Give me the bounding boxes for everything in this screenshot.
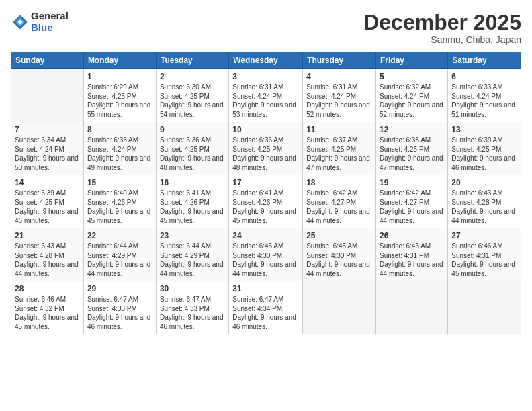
day-info: Sunrise: 6:46 AMSunset: 4:31 PMDaylight:…: [380, 242, 443, 277]
day-info: Sunrise: 6:45 AMSunset: 4:30 PMDaylight:…: [306, 242, 370, 277]
day-info: Sunrise: 6:43 AMSunset: 4:28 PMDaylight:…: [15, 242, 79, 277]
day-info: Sunrise: 6:42 AMSunset: 4:27 PMDaylight:…: [306, 189, 370, 224]
day-cell-26: 26 Sunrise: 6:46 AMSunset: 4:31 PMDaylig…: [376, 228, 448, 281]
day-info: Sunrise: 6:46 AMSunset: 4:31 PMDaylight:…: [451, 242, 515, 277]
day-number: 24: [232, 231, 299, 240]
day-cell-12: 12 Sunrise: 6:38 AMSunset: 4:25 PMDaylig…: [376, 122, 448, 175]
day-info: Sunrise: 6:31 AMSunset: 4:24 PMDaylight:…: [306, 83, 370, 118]
day-info: Sunrise: 6:39 AMSunset: 4:25 PMDaylight:…: [451, 136, 515, 171]
day-cell-11: 11 Sunrise: 6:37 AMSunset: 4:25 PMDaylig…: [303, 122, 376, 175]
day-cell-4: 4 Sunrise: 6:31 AMSunset: 4:24 PMDayligh…: [303, 69, 376, 122]
day-header-tuesday: Tuesday: [156, 52, 228, 69]
day-cell-15: 15 Sunrise: 6:40 AMSunset: 4:26 PMDaylig…: [83, 175, 156, 228]
day-info: Sunrise: 6:30 AMSunset: 4:25 PMDaylight:…: [160, 83, 224, 118]
day-cell-13: 13 Sunrise: 6:39 AMSunset: 4:25 PMDaylig…: [448, 122, 521, 175]
header: General Blue December 2025 Sanmu, Chiba,…: [11, 11, 521, 45]
day-cell-25: 25 Sunrise: 6:45 AMSunset: 4:30 PMDaylig…: [303, 228, 376, 281]
day-info: Sunrise: 6:41 AMSunset: 4:26 PMDaylight:…: [232, 189, 296, 224]
day-cell-22: 22 Sunrise: 6:44 AMSunset: 4:29 PMDaylig…: [83, 228, 156, 281]
day-info: Sunrise: 6:47 AMSunset: 4:33 PMDaylight:…: [87, 295, 151, 330]
week-row-1: 1 Sunrise: 6:29 AMSunset: 4:25 PMDayligh…: [11, 69, 521, 122]
logo: General Blue: [11, 11, 69, 33]
day-number: 14: [15, 178, 80, 187]
logo-icon: [11, 13, 30, 32]
day-number: 4: [306, 72, 372, 81]
calendar-subtitle: Sanmu, Chiba, Japan: [363, 34, 521, 45]
day-info: Sunrise: 6:43 AMSunset: 4:28 PMDaylight:…: [451, 189, 515, 224]
day-info: Sunrise: 6:37 AMSunset: 4:25 PMDaylight:…: [306, 136, 370, 171]
day-cell-6: 6 Sunrise: 6:33 AMSunset: 4:24 PMDayligh…: [448, 69, 521, 122]
day-number: 28: [15, 284, 80, 293]
day-info: Sunrise: 6:38 AMSunset: 4:25 PMDaylight:…: [380, 136, 443, 171]
day-number: 17: [232, 178, 299, 187]
day-number: 22: [87, 231, 152, 240]
day-cell-5: 5 Sunrise: 6:32 AMSunset: 4:24 PMDayligh…: [376, 69, 448, 122]
calendar-table: SundayMondayTuesdayWednesdayThursdayFrid…: [11, 52, 521, 334]
day-header-friday: Friday: [376, 52, 448, 69]
week-row-5: 28 Sunrise: 6:46 AMSunset: 4:32 PMDaylig…: [11, 281, 521, 334]
day-info: Sunrise: 6:40 AMSunset: 4:26 PMDaylight:…: [87, 189, 151, 224]
day-info: Sunrise: 6:39 AMSunset: 4:25 PMDaylight:…: [15, 189, 79, 224]
day-number: 15: [87, 178, 152, 187]
day-info: Sunrise: 6:44 AMSunset: 4:29 PMDaylight:…: [160, 242, 224, 277]
day-header-wednesday: Wednesday: [229, 52, 303, 69]
day-cell-10: 10 Sunrise: 6:36 AMSunset: 4:25 PMDaylig…: [229, 122, 303, 175]
day-number: 21: [15, 231, 80, 240]
day-info: Sunrise: 6:31 AMSunset: 4:24 PMDaylight:…: [232, 83, 296, 118]
day-cell-7: 7 Sunrise: 6:34 AMSunset: 4:24 PMDayligh…: [11, 122, 84, 175]
empty-cell: [376, 281, 448, 334]
day-info: Sunrise: 6:36 AMSunset: 4:25 PMDaylight:…: [160, 136, 224, 171]
day-header-saturday: Saturday: [448, 52, 521, 69]
day-cell-9: 9 Sunrise: 6:36 AMSunset: 4:25 PMDayligh…: [156, 122, 228, 175]
calendar-title: December 2025: [363, 11, 521, 34]
day-number: 11: [306, 125, 372, 134]
title-block: December 2025 Sanmu, Chiba, Japan: [363, 11, 521, 45]
day-cell-1: 1 Sunrise: 6:29 AMSunset: 4:25 PMDayligh…: [83, 69, 156, 122]
day-number: 13: [451, 125, 517, 134]
day-cell-8: 8 Sunrise: 6:35 AMSunset: 4:24 PMDayligh…: [83, 122, 156, 175]
day-info: Sunrise: 6:46 AMSunset: 4:32 PMDaylight:…: [15, 295, 79, 330]
day-number: 6: [451, 72, 517, 81]
day-cell-20: 20 Sunrise: 6:43 AMSunset: 4:28 PMDaylig…: [448, 175, 521, 228]
day-cell-16: 16 Sunrise: 6:41 AMSunset: 4:26 PMDaylig…: [156, 175, 228, 228]
day-cell-29: 29 Sunrise: 6:47 AMSunset: 4:33 PMDaylig…: [83, 281, 156, 334]
day-info: Sunrise: 6:36 AMSunset: 4:25 PMDaylight:…: [232, 136, 296, 171]
day-number: 30: [160, 284, 225, 293]
day-info: Sunrise: 6:29 AMSunset: 4:25 PMDaylight:…: [87, 83, 151, 118]
day-info: Sunrise: 6:33 AMSunset: 4:24 PMDaylight:…: [451, 83, 515, 118]
day-number: 1: [87, 72, 152, 81]
logo-blue: Blue: [31, 22, 69, 34]
day-number: 3: [232, 72, 299, 81]
week-row-4: 21 Sunrise: 6:43 AMSunset: 4:28 PMDaylig…: [11, 228, 521, 281]
day-header-sunday: Sunday: [11, 52, 84, 69]
day-cell-19: 19 Sunrise: 6:42 AMSunset: 4:27 PMDaylig…: [376, 175, 448, 228]
day-cell-28: 28 Sunrise: 6:46 AMSunset: 4:32 PMDaylig…: [11, 281, 84, 334]
logo-general: General: [31, 11, 69, 22]
week-row-2: 7 Sunrise: 6:34 AMSunset: 4:24 PMDayligh…: [11, 122, 521, 175]
day-number: 26: [380, 231, 444, 240]
logo-text: General Blue: [31, 11, 69, 33]
day-info: Sunrise: 6:44 AMSunset: 4:29 PMDaylight:…: [87, 242, 151, 277]
empty-cell: [303, 281, 376, 334]
day-number: 9: [160, 125, 225, 134]
day-cell-2: 2 Sunrise: 6:30 AMSunset: 4:25 PMDayligh…: [156, 69, 228, 122]
calendar-container: General Blue December 2025 Sanmu, Chiba,…: [0, 0, 532, 411]
day-cell-23: 23 Sunrise: 6:44 AMSunset: 4:29 PMDaylig…: [156, 228, 228, 281]
day-info: Sunrise: 6:47 AMSunset: 4:33 PMDaylight:…: [160, 295, 224, 330]
day-header-thursday: Thursday: [303, 52, 376, 69]
day-cell-3: 3 Sunrise: 6:31 AMSunset: 4:24 PMDayligh…: [229, 69, 303, 122]
day-header-monday: Monday: [83, 52, 156, 69]
day-info: Sunrise: 6:41 AMSunset: 4:26 PMDaylight:…: [160, 189, 224, 224]
day-cell-30: 30 Sunrise: 6:47 AMSunset: 4:33 PMDaylig…: [156, 281, 228, 334]
day-number: 20: [451, 178, 517, 187]
day-cell-31: 31 Sunrise: 6:47 AMSunset: 4:34 PMDaylig…: [229, 281, 303, 334]
day-cell-21: 21 Sunrise: 6:43 AMSunset: 4:28 PMDaylig…: [11, 228, 84, 281]
day-number: 18: [306, 178, 372, 187]
day-info: Sunrise: 6:34 AMSunset: 4:24 PMDaylight:…: [15, 136, 79, 171]
days-header-row: SundayMondayTuesdayWednesdayThursdayFrid…: [11, 52, 521, 69]
day-number: 12: [380, 125, 444, 134]
day-number: 8: [87, 125, 152, 134]
day-number: 19: [380, 178, 444, 187]
day-number: 27: [451, 231, 517, 240]
day-number: 5: [380, 72, 444, 81]
